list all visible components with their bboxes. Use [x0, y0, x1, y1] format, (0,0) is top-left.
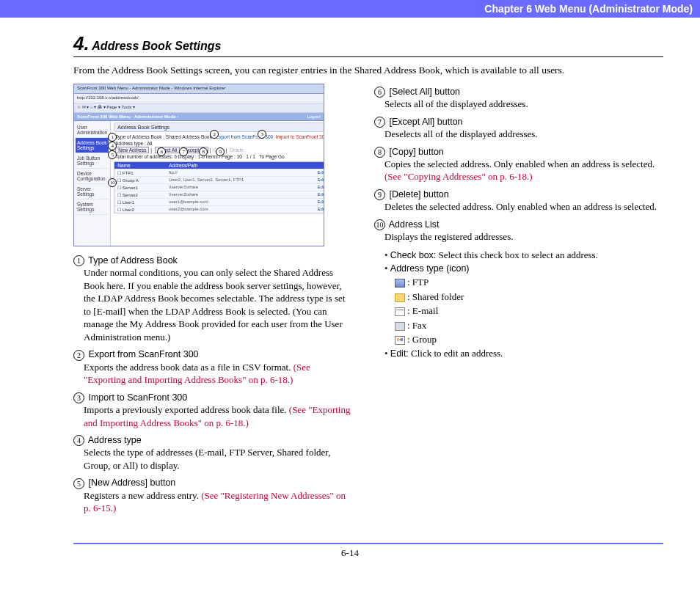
page-number: 6-14 [0, 547, 700, 566]
addrlist-checkbox: • Check box: Select this check box to se… [384, 249, 663, 262]
folder-icon [395, 293, 405, 302]
ss-sidebar: User Administration Address Book Setting… [74, 121, 111, 246]
email-icon [395, 307, 405, 316]
desc-item-3: 3 Import to ScanFront 300Imports a previ… [73, 392, 352, 429]
ss-table: Name Address/Path ☐ FTP1ftp://Edit☐ Grou… [114, 161, 324, 213]
chapter-title: Chapter 6 Web Menu (Administrator Mode) [484, 3, 693, 15]
type-fax: : Fax [395, 318, 663, 333]
type-email: : E-mail [395, 304, 663, 318]
addrlist-edit: • Edit: Click to edit an address. [384, 347, 663, 360]
desc-item-9: 9 [Delete] buttonDeletes the selected ad… [374, 189, 663, 213]
ss-content-heading: Address Book Settings [114, 122, 324, 132]
desc-item-1: 1 Type of Address BookUnder normal condi… [73, 255, 352, 343]
ss-content: Address Book Settings Type of Address Bo… [111, 121, 324, 246]
ss-side-device: Device Configuration [76, 169, 109, 184]
ss-product-bar: ScanFront 300 Web Menu - Administrator M… [74, 113, 324, 121]
page-body: 4. Address Book Settings From the Addres… [0, 18, 700, 528]
section-title: 4. Address Book Settings [73, 32, 663, 57]
ss-side-system: System Settings [76, 200, 109, 215]
footer-rule [73, 543, 663, 544]
ss-url-bar: http://192.168.x.x/addressbook/ [74, 94, 324, 103]
app-screenshot: ScanFront 300 Web Menu - Administrator M… [73, 84, 324, 246]
ss-side-addressbook: Address Book Settings [76, 138, 109, 153]
ss-side-job: Job Button Settings [76, 153, 109, 169]
type-ftp: : FTP [395, 275, 663, 290]
chapter-header: Chapter 6 Web Menu (Administrator Mode) [0, 0, 700, 18]
ss-table-row: ☐ FTP1ftp://Edit [114, 169, 324, 176]
desc-item-6: 6 [Select All] buttonSelects all of the … [374, 87, 663, 111]
ss-table-row: ☐ User1user1@sample.comEdit [114, 198, 324, 205]
ss-toolbar: ☆ ✉ ▾ ⌂ ▾ 🖶 ▾ Page ▾ Tools ▾ [74, 103, 324, 113]
desc-item-4: 4 Address typeSelects the type of addres… [73, 435, 352, 472]
ss-row-addrtype: Address type : All [114, 140, 324, 147]
ftp-icon [395, 279, 405, 288]
cross-ref-link[interactable]: (See "Registering New Addresses" on p. 6… [84, 490, 346, 514]
group-icon [395, 336, 405, 345]
desc-item-10: 10 Address ListDisplays the registered a… [374, 219, 663, 244]
section-number: 4. [73, 32, 90, 54]
section-heading: Address Book Settings [92, 40, 221, 52]
fax-icon [395, 322, 405, 331]
desc-item-2: 2 Export from ScanFront 300Exports the a… [73, 349, 352, 386]
desc-item-5: 5 [New Address] buttonRegisters a new ad… [73, 478, 352, 514]
type-group: : Group [395, 332, 663, 347]
desc-item-7: 7 [Except All] buttonDeselects all of th… [374, 117, 663, 141]
ss-table-row: ☐ User2user2@sample.comEdit [114, 205, 324, 213]
cross-ref-link[interactable]: (See "Exporting and Importing Address Bo… [84, 404, 350, 428]
ss-table-row: ☐ Server1\\server1\shareEdit [114, 183, 324, 191]
cross-ref-link[interactable]: (See "Copying Addresses" on p. 6-18.) [384, 171, 533, 182]
ss-table-row: ☐ Server2\\server2\shareEdit [114, 191, 324, 198]
intro-text: From the Address Book Settings screen, y… [73, 65, 663, 76]
desc-item-8: 8 [Copy] buttonCopies the selected addre… [374, 147, 663, 183]
cross-ref-link[interactable]: (See "Exporting and Importing Address Bo… [84, 362, 310, 386]
left-column: ScanFront 300 Web Menu - Administrator M… [73, 84, 352, 521]
type-shared: : Shared folder [395, 290, 663, 304]
ss-side-server: Server Settings [76, 184, 109, 200]
ss-thead: Name Address/Path [114, 162, 324, 169]
ss-row-type: Type of Address Book : Shared Address Bo… [114, 133, 324, 140]
addrlist-type: • Address type (icon) [384, 262, 663, 275]
content-columns: ScanFront 300 Web Menu - Administrator M… [73, 84, 663, 521]
ss-window-title: ScanFront 300 Web Menu - Administrator M… [74, 84, 324, 94]
ss-table-row: ☐ Group AUser2, User1, Server2, Server1,… [114, 176, 324, 183]
right-column: 6 [Select All] buttonSelects all of the … [374, 84, 663, 521]
ss-logout: Logout [307, 113, 321, 120]
ss-side-user: User Administration [76, 122, 109, 138]
